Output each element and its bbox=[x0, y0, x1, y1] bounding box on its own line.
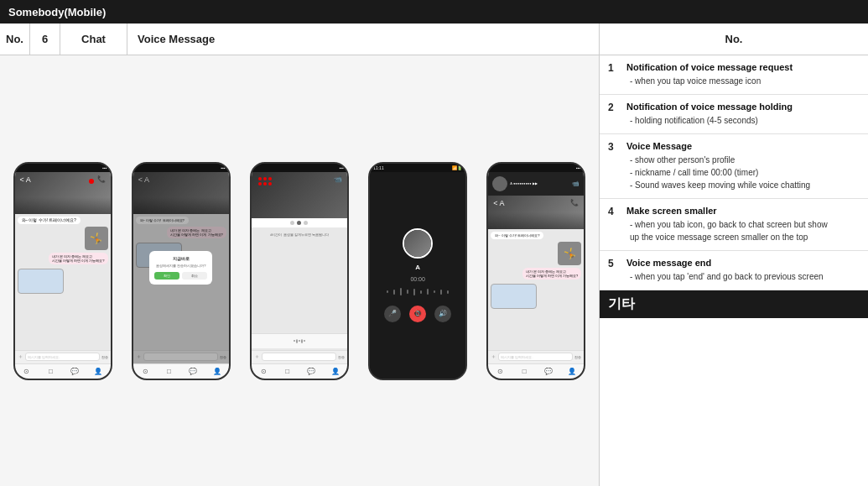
phone5-nav: ⊙ □ 💬 👤 bbox=[488, 363, 584, 379]
header-row: No. 6 Chat Voice Message No. bbox=[0, 24, 868, 55]
phone2-nav-profile[interactable]: 👤 bbox=[213, 367, 221, 375]
phone4-avatar bbox=[403, 228, 433, 259]
phone3-input-field[interactable] bbox=[262, 353, 336, 361]
note-row-5: 5 Voice message end - when you tap 'end'… bbox=[600, 251, 868, 290]
phone4-time: 11:11 bbox=[373, 165, 384, 170]
note-item-4-0: - when you tab icon, go back to chat scr… bbox=[626, 218, 860, 231]
title-bar: Somebody(Mobile) bbox=[0, 0, 868, 24]
phone2-dialog-overlay: 지금바로 음성메세지를 전송하시겠습니까? 확인 취소 bbox=[133, 172, 229, 363]
note-content-1: Notification of voice message request - … bbox=[626, 62, 860, 87]
phone3-chat-body: #시간이 음성을 길게누르면 녹음됩니다 bbox=[252, 227, 347, 350]
phone1-nav-chat[interactable]: □ bbox=[46, 367, 55, 375]
phone5-mini-video-icon[interactable]: 📹 bbox=[572, 180, 580, 187]
other-row: 기타 bbox=[600, 290, 868, 318]
phone2-dialog-btns: 확인 취소 bbox=[154, 272, 207, 280]
phone2-dialog-title: 지금바로 bbox=[154, 256, 207, 261]
phone3-video-icon[interactable]: 📹 bbox=[334, 175, 342, 183]
note-num-3: 3 bbox=[608, 141, 620, 153]
phone5-nav-chat[interactable]: □ bbox=[520, 367, 528, 375]
header-voice-label: Voice Message bbox=[127, 24, 600, 55]
app-title: Somebody(Mobile) bbox=[8, 6, 106, 18]
phone2-status-bar: ▪▪▪ bbox=[133, 164, 229, 172]
phone4-end-btn[interactable]: 📵 bbox=[409, 306, 426, 322]
phone5-chat-right: 내가 본 여자 중에는 제요고시간을 어떻게 하면 이게 가능해요? bbox=[522, 268, 582, 280]
phone5-nav-profile[interactable]: 👤 bbox=[568, 367, 576, 375]
note-title-3: Voice Message bbox=[626, 141, 860, 151]
phone2-cancel-btn[interactable]: 취소 bbox=[182, 272, 207, 280]
phone1-back-btn[interactable]: < A bbox=[20, 175, 31, 184]
phone3-nav-profile[interactable]: 👤 bbox=[331, 367, 340, 375]
phone4-call-controls: 🎤 📵 🔊 bbox=[384, 306, 451, 322]
phone5-chat-body: 와~ 이렇 수가! 트레이너예요? 🤸 내가 본 여자 중에는 제요고시간을 어… bbox=[488, 229, 584, 350]
phone1-send-label[interactable]: 전송 bbox=[101, 355, 108, 359]
phone5-input-bar[interactable]: ＋ 메시지를 입력하세요. 전송 bbox=[488, 350, 584, 363]
phone5-header-img: < A 📞 bbox=[488, 196, 584, 229]
phone4-call-name: A bbox=[415, 264, 420, 271]
phone1-call-icon[interactable]: 📞 bbox=[97, 175, 106, 183]
note-title-4: Make screen smaller bbox=[626, 206, 860, 216]
note-item-3-0: - show other person's profile bbox=[626, 154, 860, 166]
phone3-plus-icon[interactable]: ＋ bbox=[254, 353, 260, 361]
phone5-chat-left: 와~ 이렇 수가! 트레이너예요? bbox=[491, 232, 543, 239]
phone5-status-bar: ▪▪▪ bbox=[488, 164, 584, 172]
phone3-rec-dots bbox=[258, 177, 272, 186]
phone4-wave-line bbox=[384, 287, 451, 297]
phone3-nav-chat[interactable]: □ bbox=[283, 367, 292, 375]
phone1-header-img: < A 📞 bbox=[15, 172, 111, 214]
phone5-nav-home[interactable]: ⊙ bbox=[496, 367, 505, 375]
phone2-confirm-btn[interactable]: 확인 bbox=[154, 272, 179, 280]
phone4-call-time: 00:00 bbox=[410, 276, 425, 282]
phone5-plus-icon[interactable]: ＋ bbox=[491, 353, 496, 361]
phone4-status-bar: 11:11 📶🔋 bbox=[370, 164, 465, 172]
phone1-chat-body: 와~ 이렇 수가! 트레이너예요? 🤸 내가 본 여자 중에는 제요고시간을 어… bbox=[15, 214, 111, 350]
phone5-nav-bubble[interactable]: 💬 bbox=[544, 367, 553, 375]
phone3-nav-bubble[interactable]: 💬 bbox=[307, 367, 315, 375]
header-num-label: 6 bbox=[30, 24, 60, 55]
note-row-2: 2 Notification of voice message holding … bbox=[600, 95, 868, 134]
chat-bubble-left-1: 와~ 이렇 수가! 트레이너예요? bbox=[18, 217, 81, 225]
phone4-call-screen: A 00:00 🎤 📵 🔊 bbox=[370, 172, 465, 379]
note-row-1: 1 Notification of voice message request … bbox=[600, 55, 868, 95]
phone1-nav-profile[interactable]: 👤 bbox=[94, 367, 102, 375]
phone-5: ▪▪▪ A ●●●●●●●●● ▶▶ 📹 < A 📞 bbox=[486, 162, 585, 380]
phone5-map bbox=[491, 284, 537, 309]
header-no-label: No. bbox=[0, 24, 30, 55]
phone2-dialog-msg: 음성메세지를 전송하시겠습니까? bbox=[154, 264, 207, 268]
phone-1: ▪▪▪ < A 📞 와~ 이렇 수가! 트레이너예요? 🤸 내가 본 여자 중에… bbox=[13, 162, 112, 380]
phone3-send-label[interactable]: 전송 bbox=[338, 355, 345, 359]
note-row-4: 4 Make screen smaller - when you tab ico… bbox=[600, 199, 868, 251]
phone5-input-field[interactable]: 메시지를 입력하세요. bbox=[498, 353, 573, 361]
phone1-nav-home[interactable]: ⊙ bbox=[23, 367, 31, 375]
note-item-3-1: - nickname / call time 00:00 (timer) bbox=[626, 166, 860, 179]
phone2-nav-bubble[interactable]: 💬 bbox=[189, 367, 197, 375]
phone3-wave bbox=[294, 339, 305, 343]
phone1-plus-icon[interactable]: ＋ bbox=[18, 353, 23, 361]
phone1-input-field[interactable]: 메시지를 입력하세요. bbox=[25, 353, 100, 361]
phone5-call-icon[interactable]: 📞 bbox=[570, 199, 579, 206]
phone5-send-label[interactable]: 전송 bbox=[574, 355, 581, 359]
dot3 bbox=[304, 221, 308, 225]
note-content-5: Voice message end - when you tap 'end' a… bbox=[626, 258, 860, 283]
phone4-speaker-btn[interactable]: 🔊 bbox=[434, 306, 451, 322]
phone2-nav: ⊙ □ 💬 👤 bbox=[133, 363, 229, 379]
phone4-mute-btn[interactable]: 🎤 bbox=[384, 306, 401, 322]
chat-map-bubble bbox=[18, 269, 64, 294]
note-content-2: Notification of voice message holding - … bbox=[626, 102, 860, 127]
phone1-nav-bubble[interactable]: 💬 bbox=[70, 367, 79, 375]
note-title-1: Notification of voice message request bbox=[626, 62, 860, 72]
phone5-back-btn[interactable]: < A bbox=[493, 199, 504, 207]
note-content-3: Voice Message - show other person's prof… bbox=[626, 141, 860, 191]
phone3-screen: 📹 #시간이 음성을 길게누르면 녹음됩니다 bbox=[252, 172, 347, 363]
phone1-status-bar: ▪▪▪ bbox=[15, 164, 111, 172]
phone3-nav-home[interactable]: ⊙ bbox=[259, 367, 268, 375]
phone3-input-bar[interactable]: ＋ 전송 bbox=[252, 350, 347, 363]
phone2-nav-home[interactable]: ⊙ bbox=[141, 367, 149, 375]
note-title-2: Notification of voice message holding bbox=[626, 102, 860, 112]
note-item-1-0: - when you tap voice message icon bbox=[626, 75, 860, 87]
phone3-progress bbox=[252, 218, 347, 227]
phone-4: 11:11 📶🔋 A 00:00 bbox=[368, 162, 467, 380]
phone2-screen: < A 와~ 이렇 수가! 트레이너예요? 내가 본 여자 중에는 제요고시간을… bbox=[133, 172, 229, 363]
phone1-input-bar[interactable]: ＋ 메시지를 입력하세요. 전송 bbox=[15, 350, 111, 363]
phone2-nav-chat[interactable]: □ bbox=[165, 367, 174, 375]
header-chat-label: Chat bbox=[60, 24, 127, 55]
